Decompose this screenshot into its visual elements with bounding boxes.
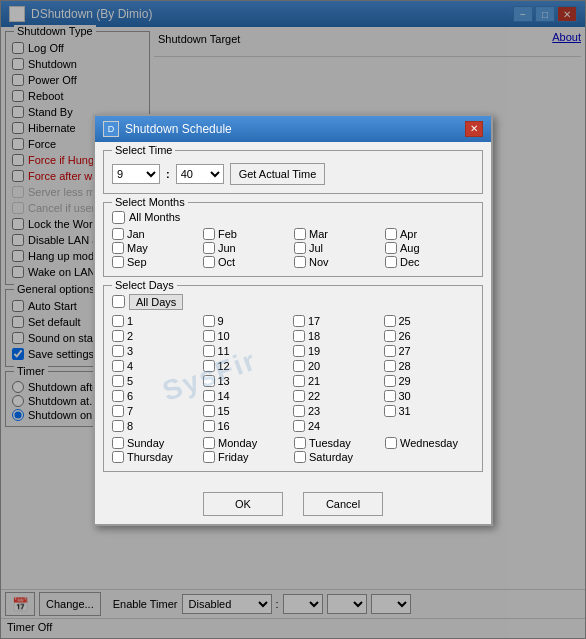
time-row: 9 : 40 Get Actual Time (112, 163, 474, 185)
list-item[interactable]: 18 (293, 329, 384, 343)
list-item[interactable]: Feb (203, 228, 292, 240)
list-item[interactable]: 23 (293, 404, 384, 418)
list-item[interactable]: Mar (294, 228, 383, 240)
minute-select[interactable]: 40 (176, 164, 224, 184)
list-item[interactable]: Tuesday (294, 437, 383, 449)
ok-button[interactable]: OK (203, 492, 283, 516)
days-grid: 1 9 17 25 2 10 18 26 3 11 19 27 4 12 20 … (112, 314, 474, 433)
select-days-group: Select Days SysFir All Days 1 9 17 25 2 … (103, 285, 483, 472)
list-item[interactable]: Oct (203, 256, 292, 268)
list-item[interactable]: 6 (112, 389, 203, 403)
list-item[interactable]: 13 (203, 374, 294, 388)
list-item[interactable]: 3 (112, 344, 203, 358)
months-grid: Jan Feb Mar Apr May Jun Jul Aug Sep Oct … (112, 228, 474, 268)
list-item[interactable]: 29 (384, 374, 475, 388)
list-item[interactable]: 7 (112, 404, 203, 418)
list-item[interactable]: Thursday (112, 451, 201, 463)
select-months-title: Select Months (112, 196, 188, 208)
weekday-grid: Sunday Monday Tuesday Wednesday Thursday… (112, 437, 474, 463)
list-item[interactable]: 10 (203, 329, 294, 343)
hour-select[interactable]: 9 (112, 164, 160, 184)
list-item[interactable]: 8 (112, 419, 203, 433)
modal-content: Select Time 9 : 40 Get Actual Time Selec… (95, 142, 491, 488)
list-item[interactable]: 14 (203, 389, 294, 403)
list-item[interactable]: Nov (294, 256, 383, 268)
list-item[interactable]: 24 (293, 419, 384, 433)
list-item[interactable]: Friday (203, 451, 292, 463)
list-item[interactable]: 12 (203, 359, 294, 373)
all-days-label: All Days (129, 294, 183, 310)
list-item[interactable]: 1 (112, 314, 203, 328)
list-item[interactable]: 20 (293, 359, 384, 373)
get-actual-time-button[interactable]: Get Actual Time (230, 163, 326, 185)
list-item[interactable]: Sep (112, 256, 201, 268)
list-item[interactable]: 22 (293, 389, 384, 403)
list-item[interactable]: Jul (294, 242, 383, 254)
modal-title: Shutdown Schedule (125, 122, 232, 136)
all-days-checkbox[interactable] (112, 295, 125, 308)
modal-icon: D (103, 121, 119, 137)
list-item[interactable]: 5 (112, 374, 203, 388)
modal-dialog: D Shutdown Schedule ✕ Select Time 9 : 40 (93, 114, 493, 526)
list-item[interactable]: 11 (203, 344, 294, 358)
list-item[interactable]: 27 (384, 344, 475, 358)
all-months-label: All Months (129, 211, 180, 223)
list-item[interactable]: 17 (293, 314, 384, 328)
list-item[interactable]: 30 (384, 389, 475, 403)
time-separator: : (166, 168, 170, 180)
select-months-group: Select Months All Months Jan Feb Mar Apr… (103, 202, 483, 277)
list-item[interactable]: 31 (384, 404, 475, 418)
list-item[interactable]: Jun (203, 242, 292, 254)
list-item (384, 419, 475, 433)
select-days-title: Select Days (112, 279, 177, 291)
list-item[interactable]: 19 (293, 344, 384, 358)
select-time-title: Select Time (112, 144, 175, 156)
list-item[interactable]: Aug (385, 242, 474, 254)
all-months-checkbox[interactable] (112, 211, 125, 224)
list-item[interactable]: Dec (385, 256, 474, 268)
list-item[interactable]: 2 (112, 329, 203, 343)
list-item[interactable]: May (112, 242, 201, 254)
select-time-group: Select Time 9 : 40 Get Actual Time (103, 150, 483, 194)
list-item[interactable]: 9 (203, 314, 294, 328)
list-item[interactable]: 28 (384, 359, 475, 373)
list-item[interactable]: 15 (203, 404, 294, 418)
list-item[interactable]: Wednesday (385, 437, 474, 449)
cancel-button[interactable]: Cancel (303, 492, 383, 516)
list-item[interactable]: 4 (112, 359, 203, 373)
list-item[interactable]: Jan (112, 228, 201, 240)
list-item[interactable]: Sunday (112, 437, 201, 449)
modal-close-button[interactable]: ✕ (465, 121, 483, 137)
modal-overlay: D Shutdown Schedule ✕ Select Time 9 : 40 (0, 0, 586, 639)
list-item[interactable]: 25 (384, 314, 475, 328)
modal-buttons: OK Cancel (95, 488, 491, 524)
list-item[interactable]: 16 (203, 419, 294, 433)
all-months-row: All Months (112, 211, 474, 224)
modal-title-bar: D Shutdown Schedule ✕ (95, 116, 491, 142)
list-item[interactable]: 26 (384, 329, 475, 343)
list-item[interactable]: 21 (293, 374, 384, 388)
list-item[interactable]: Monday (203, 437, 292, 449)
list-item[interactable]: Saturday (294, 451, 383, 463)
list-item[interactable]: Apr (385, 228, 474, 240)
all-days-row: All Days (112, 294, 474, 310)
